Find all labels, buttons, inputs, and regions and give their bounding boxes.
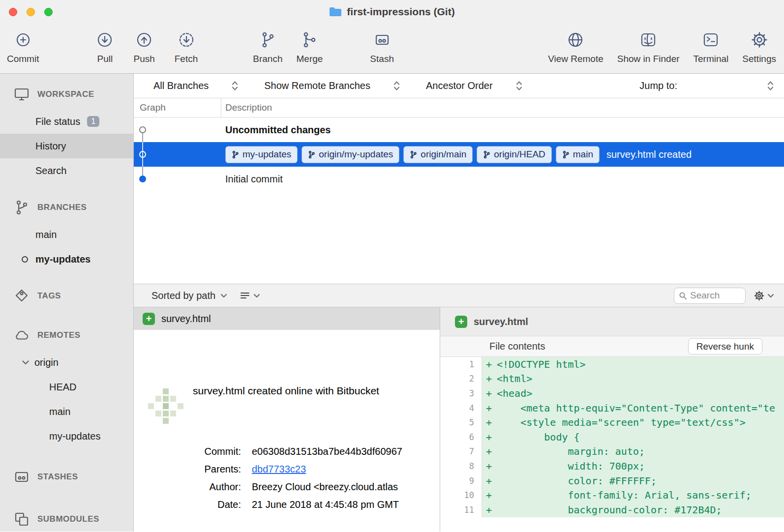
- file-search-field[interactable]: [674, 288, 746, 304]
- list-view-icon: [240, 292, 250, 299]
- sort-dropdown[interactable]: Sorted by path: [151, 290, 227, 301]
- sidebar-section-branches[interactable]: BRANCHES: [0, 197, 133, 218]
- fetch-button[interactable]: Fetch: [175, 30, 198, 64]
- commit-description: Uncommitted changes: [225, 124, 331, 136]
- merge-button[interactable]: Merge: [297, 30, 323, 64]
- added-sign: +: [482, 401, 497, 415]
- commit-title: survey.html created online with Bitbucke…: [193, 385, 440, 397]
- commit-label: Commit: [7, 54, 39, 64]
- graph-node-icon: [139, 151, 146, 158]
- view-options-dropdown[interactable]: [240, 292, 260, 299]
- commit-row-initial[interactable]: Initial commit: [134, 167, 784, 191]
- sidebar-item-history[interactable]: History: [0, 134, 133, 158]
- submodules-icon: [14, 511, 30, 527]
- commit-description: Initial commit: [225, 174, 283, 185]
- sidebar-item-branch-main[interactable]: main: [0, 222, 133, 247]
- view-remote-button[interactable]: View Remote: [548, 30, 603, 64]
- diff-line: 9+ color: #FFFFFF;: [440, 473, 784, 488]
- ref-pill-origin-main[interactable]: origin/main: [403, 146, 473, 163]
- window-titlebar: first-impressions (Git): [0, 0, 784, 24]
- line-number: 8: [440, 459, 482, 473]
- traffic-lights: [9, 8, 53, 16]
- commit-icon: [14, 30, 32, 50]
- cloud-icon: [14, 329, 30, 342]
- commit-row-selected[interactable]: my-updates origin/my-updates origin/main…: [134, 142, 784, 167]
- close-button[interactable]: [9, 8, 17, 16]
- code-text: <html>: [497, 372, 784, 386]
- commit-button[interactable]: Commit: [7, 30, 39, 64]
- reverse-hunk-button[interactable]: Reverse hunk: [688, 338, 762, 355]
- workspace-icon: [14, 87, 30, 102]
- sidebar-item-search[interactable]: Search: [0, 158, 133, 183]
- order-label: Ancestor Order: [426, 80, 493, 91]
- merge-icon: [301, 30, 318, 50]
- settings-button[interactable]: Settings: [742, 30, 776, 64]
- merge-label: Merge: [297, 54, 323, 64]
- code-text: font-family: Arial, sans-serif;: [497, 488, 784, 502]
- settings-label: Settings: [742, 54, 776, 64]
- pull-button[interactable]: Pull: [96, 30, 114, 64]
- minimize-button[interactable]: [27, 8, 35, 16]
- sidebar-item-origin-my-updates[interactable]: my-updates: [0, 424, 133, 448]
- author-label: Author:: [134, 481, 252, 493]
- diff-file-header[interactable]: + survey.html: [440, 307, 784, 336]
- hunk-title: File contents: [489, 341, 545, 352]
- branch-filter-dropdown[interactable]: All Branches: [153, 80, 239, 91]
- commit-row-uncommitted[interactable]: Uncommitted changes: [134, 118, 784, 142]
- parents-label: Parents:: [134, 464, 252, 475]
- description-column-header[interactable]: Description: [221, 102, 272, 113]
- sidebar-item-branch-my-updates[interactable]: my-updates: [0, 247, 133, 271]
- sidebar-item-origin-head[interactable]: HEAD: [0, 375, 133, 399]
- sidebar-section-workspace[interactable]: WORKSPACE: [0, 84, 133, 105]
- branch-icon: [259, 30, 276, 50]
- graph-cell: [134, 142, 221, 167]
- ref-pill-my-updates[interactable]: my-updates: [225, 146, 298, 163]
- sidebar-section-remotes[interactable]: REMOTES: [0, 325, 133, 346]
- push-button[interactable]: Push: [133, 30, 154, 64]
- tags-label: TAGS: [37, 291, 61, 301]
- search-input[interactable]: [690, 290, 741, 301]
- diff-line: 3+<head>: [440, 386, 784, 401]
- file-options-dropdown[interactable]: [754, 290, 774, 301]
- push-label: Push: [133, 54, 154, 64]
- parent-commit-link[interactable]: dbd7733c23: [252, 464, 306, 475]
- zoom-button[interactable]: [44, 8, 53, 16]
- diff-line: 5+ <style media="screen" type="text/css"…: [440, 415, 784, 430]
- sidebar-item-origin[interactable]: origin: [0, 350, 133, 375]
- stash-button[interactable]: Stash: [370, 30, 394, 64]
- ref-label: main: [573, 149, 593, 160]
- show-in-finder-button[interactable]: Show in Finder: [617, 30, 680, 64]
- sidebar-item-origin-main[interactable]: main: [0, 399, 133, 424]
- file-list-item[interactable]: + survey.html: [134, 307, 440, 330]
- diff-line: 8+ width: 700px;: [440, 459, 784, 473]
- graph-column-header[interactable]: Graph: [134, 98, 221, 117]
- order-dropdown[interactable]: Ancestor Order: [426, 80, 523, 91]
- stash-label: Stash: [370, 54, 394, 64]
- added-file-icon: +: [455, 316, 467, 328]
- hunk-header: File contents Reverse hunk: [440, 336, 784, 357]
- file-status-label: File status: [35, 116, 80, 127]
- ref-pill-origin-head[interactable]: origin/HEAD: [477, 146, 552, 163]
- line-number: 1: [440, 357, 482, 372]
- line-number: 5: [440, 415, 482, 430]
- date-value: 21 June 2018 at 4:45:48 pm GMT: [252, 499, 399, 510]
- origin-label: origin: [34, 357, 59, 368]
- sidebar-section-tags[interactable]: TAGS: [0, 285, 133, 307]
- terminal-button[interactable]: Terminal: [694, 30, 729, 64]
- branch-ref-icon: [232, 150, 239, 159]
- ref-pill-main[interactable]: main: [556, 146, 600, 163]
- tag-icon: [14, 288, 30, 304]
- ref-pill-origin-my-updates[interactable]: origin/my-updates: [302, 146, 399, 163]
- branches-label: BRANCHES: [37, 203, 87, 212]
- branch-button[interactable]: Branch: [253, 30, 282, 64]
- origin-head-label: HEAD: [49, 382, 77, 393]
- sidebar-section-stashes[interactable]: STASHES: [0, 466, 133, 488]
- sidebar-section-submodules[interactable]: SUBMODULES: [0, 508, 133, 530]
- remote-branches-dropdown[interactable]: Show Remote Branches: [264, 80, 400, 91]
- jump-to-dropdown[interactable]: Jump to:: [639, 80, 774, 91]
- line-number: 9: [440, 473, 482, 488]
- sidebar-item-file-status[interactable]: File status 1: [0, 109, 133, 134]
- author-value: Breezy Cloud <breezy.cloud.atlas: [252, 481, 398, 493]
- pull-icon: [96, 30, 114, 50]
- code-text: background-color: #172B4D;: [497, 502, 784, 517]
